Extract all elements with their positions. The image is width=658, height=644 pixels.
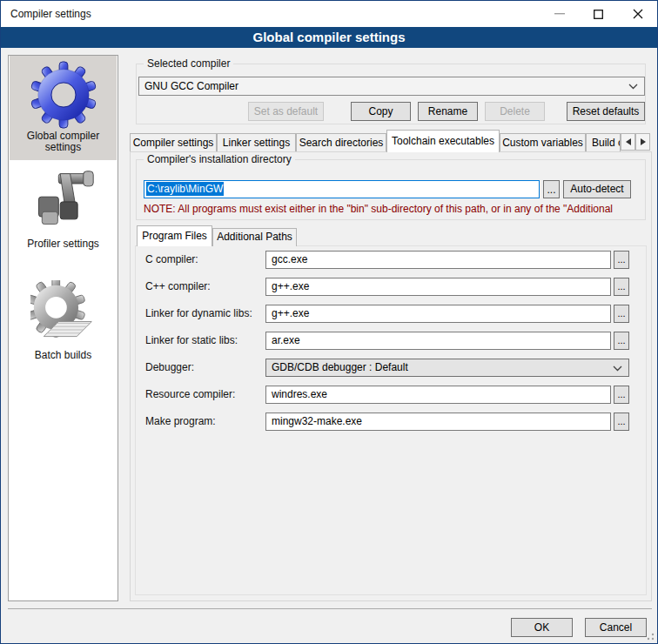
field-label: Debugger: (145, 361, 194, 373)
field-row-static-linker: Linker for static libs: ar.exe ... (1, 332, 658, 351)
delete-button[interactable]: Delete (485, 102, 545, 121)
debugger-select-value: GDB/CDB debugger : Default (272, 359, 408, 376)
tab-scroll-left-button[interactable] (621, 133, 635, 151)
window-controls (540, 1, 657, 27)
tab-scroll-right-button[interactable] (635, 133, 650, 151)
field-row-cpp-compiler: C++ compiler: g++.exe ... (1, 278, 658, 297)
chevron-down-icon (628, 84, 638, 90)
field-row-c-compiler: C compiler: gcc.exe ... (1, 251, 658, 270)
settings-category-list: Global compiler settings Profiler settin… (8, 55, 118, 601)
sidebar-item-global-compiler-settings[interactable]: Global compiler settings (10, 56, 117, 160)
field-label: Linker for dynamic libs: (145, 307, 252, 319)
bin-subdirectory-note: NOTE: All programs must exist either in … (144, 203, 643, 215)
compiler-select-value: GNU GCC Compiler (144, 77, 238, 95)
maximize-button[interactable] (579, 1, 618, 27)
static-linker-browse-button[interactable]: ... (614, 332, 629, 350)
resize-grip[interactable] (644, 630, 655, 641)
sidebar-item-profiler-settings[interactable]: Profiler settings (10, 165, 117, 256)
c-compiler-input[interactable]: gcc.exe (265, 251, 611, 269)
arrow-right-icon (641, 138, 646, 145)
compiler-settings-window: Compiler settings Global compiler settin… (0, 0, 658, 644)
install-dir-browse-button[interactable]: ... (543, 180, 560, 198)
installation-directory-group-label: Compiler's installation directory (144, 153, 295, 165)
c-compiler-browse-button[interactable]: ... (614, 251, 629, 269)
chevron-down-icon (613, 366, 622, 372)
window-title: Compiler settings (10, 1, 91, 27)
dynamic-linker-input[interactable]: g++.exe (265, 305, 611, 323)
field-row-make-program: Make program: mingw32-make.exe ... (1, 413, 658, 432)
sidebar-item-label: Profiler settings (10, 238, 117, 250)
ok-button[interactable]: OK (511, 618, 573, 637)
title-bar: Compiler settings (1, 1, 657, 27)
tab-custom-variables[interactable]: Custom variables (500, 133, 586, 151)
debugger-select[interactable]: GDB/CDB debugger : Default (265, 359, 629, 377)
cpp-compiler-input[interactable]: g++.exe (265, 278, 611, 296)
static-linker-input[interactable]: ar.exe (265, 332, 611, 350)
tab-additional-paths[interactable]: Additional Paths (212, 228, 297, 246)
tab-linker-settings[interactable]: Linker settings (217, 133, 296, 151)
selected-compiler-group: Selected compiler GNU GCC Compiler Set a… (136, 64, 646, 124)
minimize-button[interactable] (540, 1, 579, 27)
tab-program-files[interactable]: Program Files (137, 225, 212, 246)
close-button[interactable] (618, 1, 657, 27)
page-title: Global compiler settings (1, 27, 657, 48)
resource-compiler-browse-button[interactable]: ... (614, 386, 629, 404)
footer-divider (8, 608, 652, 609)
arrow-left-icon (626, 138, 631, 145)
tab-toolchain-executables[interactable]: Toolchain executables (386, 130, 500, 152)
field-label: C++ compiler: (145, 280, 211, 292)
cpp-compiler-browse-button[interactable]: ... (614, 278, 629, 296)
copy-button[interactable]: Copy (351, 102, 411, 121)
resource-compiler-input[interactable]: windres.exe (265, 386, 611, 404)
tab-build-options[interactable]: Build options (586, 133, 621, 151)
field-label: Make program: (145, 415, 216, 427)
field-label: Linker for static libs: (145, 334, 238, 346)
field-row-dynamic-linker: Linker for dynamic libs: g++.exe ... (1, 305, 658, 324)
compiler-select[interactable]: GNU GCC Compiler (138, 77, 645, 96)
sidebar-item-label: Global compiler settings (10, 131, 117, 153)
make-program-browse-button[interactable]: ... (614, 413, 629, 431)
caliper-icon (30, 167, 97, 233)
close-icon (633, 9, 643, 19)
tab-search-directories[interactable]: Search directories (296, 133, 386, 151)
make-program-input[interactable]: mingw32-make.exe (265, 413, 611, 431)
installation-directory-group: Compiler's installation directory C:\ray… (136, 159, 646, 220)
selected-compiler-group-label: Selected compiler (144, 57, 233, 70)
maximize-icon (594, 10, 603, 19)
install-dir-input[interactable]: C:\raylib\MinGW (144, 180, 540, 198)
dynamic-linker-browse-button[interactable]: ... (614, 305, 629, 323)
field-label: Resource compiler: (145, 388, 235, 400)
field-label: C compiler: (145, 253, 198, 265)
rename-button[interactable]: Rename (418, 102, 478, 121)
minimize-icon (554, 13, 565, 15)
cancel-button[interactable]: Cancel (585, 618, 647, 637)
field-row-debugger: Debugger: GDB/CDB debugger : Default (1, 359, 658, 378)
tab-compiler-settings[interactable]: Compiler settings (130, 133, 217, 151)
install-dir-selected-text: C:\raylib\MinGW (146, 182, 224, 196)
auto-detect-button[interactable]: Auto-detect (563, 180, 631, 198)
field-row-resource-compiler: Resource compiler: windres.exe ... (1, 386, 658, 405)
set-as-default-button[interactable]: Set as default (248, 102, 324, 121)
reset-defaults-button[interactable]: Reset defaults (567, 102, 645, 121)
blue-gear-icon (30, 61, 97, 129)
